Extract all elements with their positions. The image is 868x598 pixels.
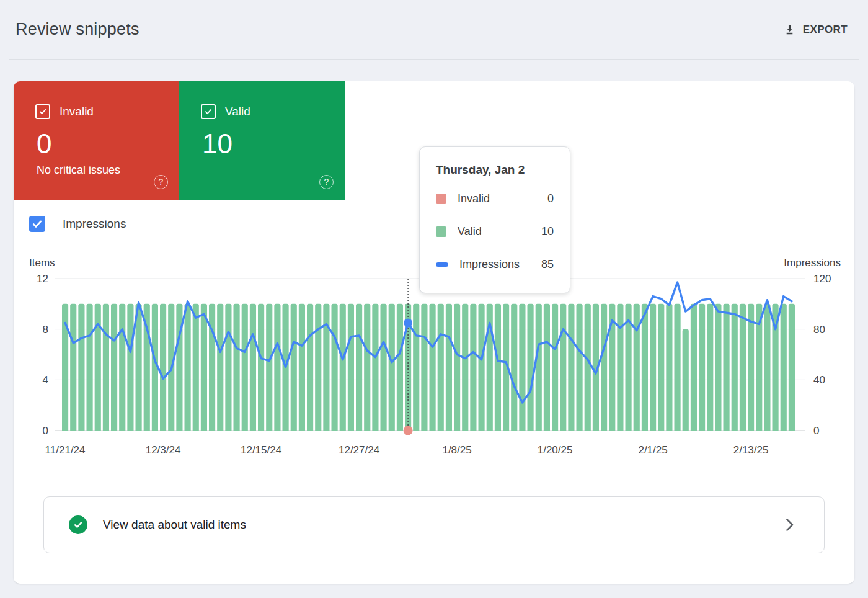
tooltip-row-invalid: Invalid 0 <box>436 182 554 215</box>
svg-text:4: 4 <box>43 374 48 386</box>
invalid-checkbox[interactable] <box>35 104 50 119</box>
check-icon <box>32 218 43 230</box>
tooltip-row-valid: Valid 10 <box>436 215 554 248</box>
tooltip-date: Thursday, Jan 2 <box>436 163 554 177</box>
svg-text:Impressions: Impressions <box>784 257 841 269</box>
tooltip-row-impressions: Impressions 85 <box>436 248 554 281</box>
help-icon[interactable]: ? <box>319 175 334 189</box>
valid-checkbox[interactable] <box>201 104 216 119</box>
impressions-toggle[interactable]: Impressions <box>29 216 126 232</box>
valid-filter-card[interactable]: Valid 10 ? <box>179 81 345 200</box>
invalid-swatch <box>436 194 446 204</box>
review-snippets-page: { "page": { "title": "Review snippets", … <box>0 0 868 598</box>
svg-text:0: 0 <box>813 425 819 437</box>
svg-text:8: 8 <box>43 324 48 336</box>
invalid-label: Invalid <box>60 105 94 118</box>
check-icon <box>205 108 212 115</box>
tooltip-value: 10 <box>541 225 554 238</box>
impressions-swatch <box>436 262 448 267</box>
check-icon <box>73 519 84 530</box>
svg-text:120: 120 <box>813 273 831 285</box>
view-valid-items-label: View data about valid items <box>103 518 246 532</box>
valid-check-icon <box>69 515 87 534</box>
check-icon <box>39 108 46 115</box>
valid-count: 10 <box>202 128 232 159</box>
tooltip-label: Impressions <box>459 258 520 271</box>
svg-text:1/8/25: 1/8/25 <box>442 444 471 456</box>
svg-text:12: 12 <box>37 273 48 285</box>
svg-text:12/3/24: 12/3/24 <box>146 444 181 456</box>
svg-text:2/1/25: 2/1/25 <box>638 444 667 456</box>
invalid-count: 0 <box>37 128 51 159</box>
tooltip-label: Valid <box>458 225 482 238</box>
svg-text:Items: Items <box>29 257 55 269</box>
tooltip-label: Invalid <box>458 192 490 205</box>
tooltip-value: 85 <box>541 258 554 271</box>
help-icon[interactable]: ? <box>154 175 168 189</box>
valid-swatch <box>436 226 446 237</box>
chevron-right-icon <box>786 518 794 532</box>
impressions-label: Impressions <box>63 217 126 231</box>
svg-text:40: 40 <box>813 374 825 386</box>
svg-text:12/27/24: 12/27/24 <box>339 444 379 456</box>
chart-tooltip: Thursday, Jan 2 Invalid 0 Valid 10 Impre… <box>419 146 570 293</box>
view-valid-items-row[interactable]: View data about valid items <box>43 496 825 553</box>
svg-text:0: 0 <box>43 425 48 437</box>
tooltip-value: 0 <box>547 192 554 205</box>
invalid-filter-card[interactable]: Invalid 0 No critical issues ? <box>14 81 179 200</box>
invalid-subtitle: No critical issues <box>37 164 120 177</box>
svg-text:80: 80 <box>813 324 825 336</box>
svg-text:12/15/24: 12/15/24 <box>241 444 281 456</box>
valid-label: Valid <box>225 105 250 118</box>
svg-text:1/20/25: 1/20/25 <box>538 444 573 456</box>
svg-text:2/13/25: 2/13/25 <box>733 444 769 456</box>
impressions-checkbox[interactable] <box>29 216 45 232</box>
svg-text:11/21/24: 11/21/24 <box>45 444 86 456</box>
